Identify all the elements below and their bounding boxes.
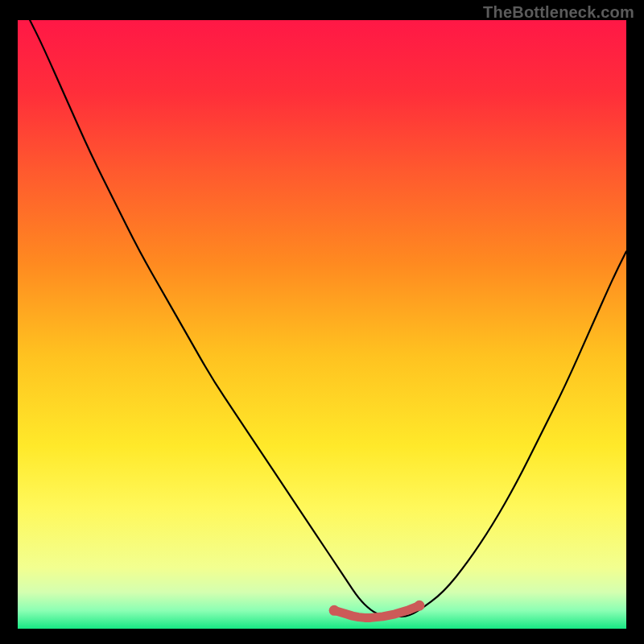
chart-plot-area	[18, 20, 626, 629]
chart-svg	[18, 20, 626, 629]
marker-endpoint	[414, 601, 424, 611]
watermark-text: TheBottleneck.com	[483, 3, 634, 22]
chart-background	[18, 20, 626, 629]
marker-endpoint	[329, 605, 340, 616]
stage: TheBottleneck.com	[0, 0, 644, 644]
